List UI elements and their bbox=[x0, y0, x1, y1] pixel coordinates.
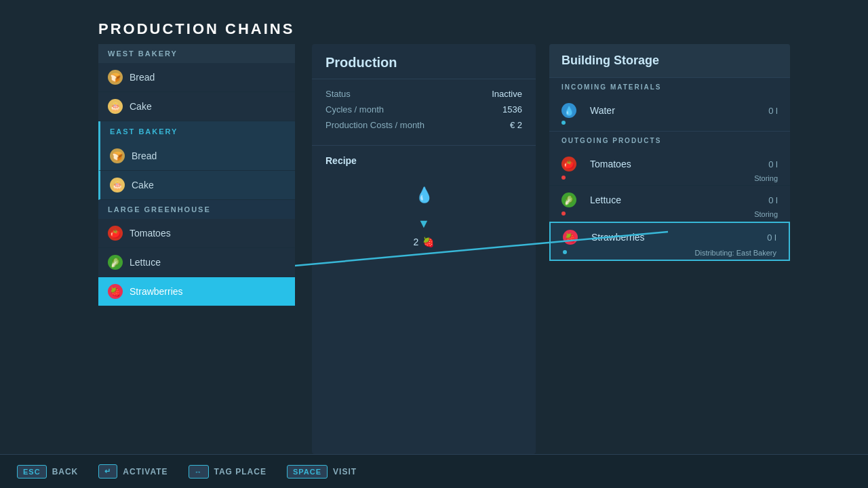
esc-key-label: ESC bbox=[17, 465, 47, 479]
storage-item-tomatoes[interactable]: 🍅 Tomatoes 0 l Storing bbox=[549, 150, 790, 186]
key-tag-place[interactable]: ↔ TAG PLACE bbox=[189, 465, 267, 479]
cycles-label: Cycles / month bbox=[326, 104, 384, 115]
strawberry-icon: 🍓 bbox=[108, 284, 123, 299]
water-icon: 💧 bbox=[561, 103, 576, 118]
status-dot bbox=[563, 250, 567, 254]
list-item-east-bread[interactable]: 🍞 Bread bbox=[98, 142, 295, 171]
recipe-section: Recipe 💧 ▼ 2 🍓 bbox=[312, 146, 536, 270]
costs-value: € 2 bbox=[510, 120, 522, 130]
storage-item-lettuce[interactable]: 🥬 Lettuce 0 l Storing bbox=[549, 186, 790, 222]
storage-item-value: 0 l bbox=[768, 106, 778, 116]
item-label: Cake bbox=[130, 101, 152, 112]
left-panel: WEST BAKERY 🍞 Bread 🎂 Cake EAST BAKERY 🍞… bbox=[98, 44, 295, 306]
right-panel: Building Storage INCOMING MATERIALS 💧 Wa… bbox=[549, 44, 790, 261]
section-header-greenhouse: LARGE GREENHOUSE bbox=[98, 200, 295, 219]
activate-key-label: ↵ bbox=[98, 464, 117, 479]
recipe-number: 2 bbox=[414, 237, 419, 247]
item-label: Lettuce bbox=[130, 257, 161, 268]
section-header-east-bakery: EAST BAKERY bbox=[98, 121, 295, 142]
storage-item-sub: Storing bbox=[754, 210, 778, 218]
storage-item-value: 0 l bbox=[767, 232, 776, 243]
storage-item-sub: Storing bbox=[754, 174, 778, 182]
list-item-east-cake[interactable]: 🎂 Cake bbox=[98, 171, 295, 200]
cake-icon: 🎂 bbox=[110, 178, 125, 192]
cake-icon: 🎂 bbox=[108, 99, 123, 114]
recipe-count-display: 2 🍓 bbox=[414, 237, 435, 247]
status-dot bbox=[561, 211, 566, 216]
list-item-tomatoes[interactable]: 🍅 Tomatoes bbox=[98, 219, 295, 248]
tomato-icon: 🍅 bbox=[108, 226, 123, 241]
recipe-arrow-icon: ▼ bbox=[418, 217, 430, 231]
key-esc[interactable]: ESC BACK bbox=[17, 465, 78, 479]
storage-item-name: Water bbox=[590, 105, 768, 116]
lettuce-icon: 🥬 bbox=[108, 255, 123, 270]
tag-action: TAG PLACE bbox=[214, 467, 267, 476]
strawberry-recipe-icon: 🍓 bbox=[422, 237, 434, 247]
middle-panel: Production Status Inactive Cycles / mont… bbox=[312, 44, 536, 454]
building-storage-title: Building Storage bbox=[549, 44, 790, 77]
incoming-header: INCOMING MATERIALS bbox=[549, 77, 790, 96]
storage-item-name: Lettuce bbox=[590, 195, 768, 205]
storage-item-value: 0 l bbox=[768, 159, 778, 169]
storage-item-strawberries[interactable]: 🍓 Strawberries 0 l Distributing: East Ba… bbox=[549, 222, 790, 261]
visit-action: VISIT bbox=[333, 467, 357, 476]
list-item-west-bread[interactable]: 🍞 Bread bbox=[98, 63, 295, 92]
status-label: Status bbox=[326, 89, 351, 99]
item-label: Bread bbox=[132, 150, 157, 161]
key-activate[interactable]: ↵ ACTIVATE bbox=[98, 464, 167, 479]
list-item-west-cake[interactable]: 🎂 Cake bbox=[98, 92, 295, 121]
item-label: Bread bbox=[130, 72, 155, 83]
space-key-label: SPACE bbox=[287, 465, 328, 479]
status-dot bbox=[561, 176, 566, 180]
water-drop-icon: 💧 bbox=[415, 186, 433, 204]
storage-item-name: Strawberries bbox=[591, 232, 767, 243]
costs-label: Production Costs / month bbox=[326, 120, 425, 130]
outgoing-header: OUTGOING PRODUCTS bbox=[549, 131, 790, 150]
status-dot bbox=[561, 121, 566, 125]
recipe-visual: 💧 ▼ 2 🍓 bbox=[326, 180, 522, 261]
cycles-value: 1536 bbox=[502, 104, 522, 115]
item-label: Strawberries bbox=[130, 286, 183, 297]
tomato-icon: 🍅 bbox=[561, 157, 576, 171]
bread-icon: 🍞 bbox=[110, 148, 125, 163]
storage-item-name: Tomatoes bbox=[590, 159, 768, 169]
key-visit[interactable]: SPACE VISIT bbox=[287, 465, 357, 479]
tag-key-label: ↔ bbox=[189, 465, 209, 479]
page-title: PRODUCTION CHAINS bbox=[98, 20, 294, 38]
activate-action: ACTIVATE bbox=[123, 467, 167, 476]
list-item-lettuce[interactable]: 🥬 Lettuce bbox=[98, 248, 295, 277]
item-label: Cake bbox=[132, 180, 154, 190]
esc-action: BACK bbox=[52, 467, 79, 476]
storage-item-water[interactable]: 💧 Water 0 l bbox=[549, 96, 790, 131]
production-stats: Status Inactive Cycles / month 1536 Prod… bbox=[312, 79, 536, 146]
status-value: Inactive bbox=[492, 89, 522, 99]
section-header-west-bakery: WEST BAKERY bbox=[98, 44, 295, 63]
item-label: Tomatoes bbox=[130, 228, 171, 239]
lettuce-icon: 🥬 bbox=[561, 192, 576, 207]
recipe-title: Recipe bbox=[326, 155, 522, 166]
list-item-strawberries[interactable]: 🍓 Strawberries bbox=[98, 277, 295, 306]
bread-icon: 🍞 bbox=[108, 70, 123, 85]
storage-item-value: 0 l bbox=[768, 195, 778, 205]
production-title: Production bbox=[312, 44, 536, 79]
strawberry-icon: 🍓 bbox=[563, 230, 578, 245]
bottom-bar: ESC BACK ↵ ACTIVATE ↔ TAG PLACE SPACE VI… bbox=[0, 454, 868, 488]
storage-item-sub: Distributing: East Bakery bbox=[695, 249, 776, 257]
